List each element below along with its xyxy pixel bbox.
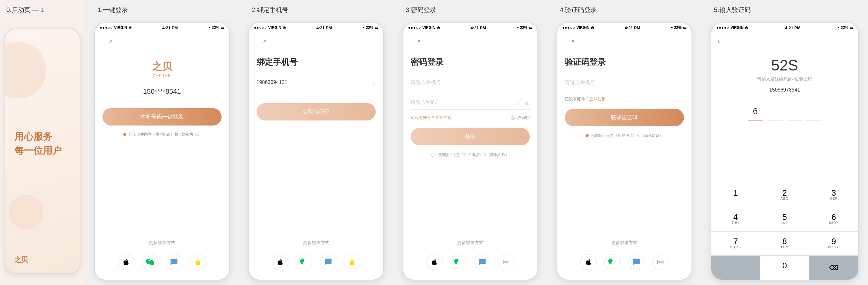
code-box-4[interactable]	[806, 102, 822, 121]
code-box-2[interactable]	[767, 102, 783, 121]
back-button-5[interactable]: ‹	[711, 32, 858, 50]
panel-splash: 0.启动页 — 1 用心服务 每一位用户 之贝	[0, 0, 85, 285]
chat-icon-2[interactable]	[320, 254, 336, 270]
links-row-3: 还没有账号？立即注册 忘记密码?	[411, 112, 530, 123]
forgot-link-3[interactable]: 忘记密码?	[511, 115, 529, 120]
status-bar-1: ●●●○○ VIRGIN ⊜ 4:21 PM ‣ 22% ▭	[95, 23, 229, 32]
apple-icon-1[interactable]	[118, 254, 134, 270]
panel-verif-login: 4.验证码登录 ●●●○○ VIRGIN ⊜ 4:21 PM ‣ 22% ▭	[547, 0, 701, 285]
spacer-4	[565, 142, 684, 240]
key-2[interactable]: 2 ABC	[760, 183, 809, 207]
get-code-button-2[interactable]: 获取验证码	[256, 103, 376, 120]
chat-icon-4[interactable]	[628, 254, 645, 270]
bt-4: ‣	[671, 26, 673, 30]
pct-5: 22%	[841, 26, 848, 30]
clear-icon-2[interactable]: ×	[372, 80, 376, 87]
key-5[interactable]: 5 JKL	[760, 207, 809, 231]
eye-icon-3[interactable]: ✓	[516, 100, 520, 107]
register-link-3[interactable]: 还没有账号？立即注册	[411, 115, 452, 120]
panel-label-5: 5.输入验证码	[708, 0, 862, 17]
tagline-line2: 每一位用户	[14, 143, 70, 157]
agreement-3: 已阅读并同意《用户协议》和《隐私协议》	[411, 152, 530, 157]
close-button-2[interactable]: ×	[256, 32, 272, 50]
spacer-2a	[256, 93, 376, 100]
lock-icon-2[interactable]	[344, 254, 360, 270]
wifi-4: ⊜	[591, 26, 594, 30]
spacer-1	[102, 140, 222, 240]
more-login-2: 更多登录方式	[256, 240, 376, 249]
bind-phone-title: 绑定手机号	[256, 50, 376, 75]
oneclick-login-button[interactable]: 本机号码一键登录	[102, 108, 222, 126]
key-3[interactable]: 3 DEF	[809, 183, 858, 207]
status-bar-5: ●●●●○ VIRGIN ⊜ 4:21 PM ‣ 22% ▭	[711, 23, 858, 32]
phone-input-2[interactable]	[256, 75, 376, 90]
battery-icon-1: ▭	[221, 26, 224, 30]
wechat-icon-3[interactable]	[450, 254, 466, 270]
carrier-3: VIRGIN	[422, 26, 435, 30]
screen-body-4: × 验证码登录 还没有账号？立即注册 获取验证码 已阅读并同意	[557, 32, 691, 280]
register-link-4[interactable]: 立即注册	[589, 97, 606, 101]
phone-inner-3: ●●●○○ VIRGIN ⊜ 4:21 PM ‣ 22% ▭ × 密码登录	[402, 22, 538, 280]
key-1[interactable]: 1	[711, 183, 760, 207]
more-login-3: 更多登录方式	[411, 240, 530, 249]
login-button-3[interactable]: 登录	[411, 128, 530, 145]
key-0[interactable]: 0	[760, 256, 809, 280]
social-row-3	[411, 249, 530, 280]
spacer-2b	[256, 123, 376, 240]
keypad-5: 1 2 ABC 3 DEF 4 GHI	[711, 183, 858, 280]
phone-frame-5: ●●●●○ VIRGIN ⊜ 4:21 PM ‣ 22% ▭ ‹ 52S 请输入…	[711, 22, 859, 280]
chat-icon-1[interactable]	[166, 254, 182, 270]
agreement-1: 已阅读并同意《用户协议》和《隐私协议》	[102, 132, 222, 137]
panel-bind-phone: 2.绑定手机号 ●●○○○ VIRGIN ⊜ 4:21 PM ‣ 22% ▭	[239, 0, 393, 285]
wechat-icon-2[interactable]	[296, 254, 312, 270]
more-login-4: 更多登录方式	[565, 240, 684, 249]
social-row-1	[102, 249, 222, 280]
phone-inner-4: ●●●○○ VIRGIN ⊜ 4:21 PM ‣ 22% ▭ × 验证码登录	[557, 22, 692, 280]
pct-2: 22%	[366, 26, 373, 30]
key-9[interactable]: 9 WXYZ	[809, 231, 858, 255]
status-bar-2: ●●○○○ VIRGIN ⊜ 4:21 PM ‣ 22% ▭	[249, 23, 383, 32]
close-button-4[interactable]: ×	[565, 32, 581, 50]
password-input-3[interactable]	[411, 95, 530, 110]
social-row-2	[256, 249, 376, 280]
pct-3: 22%	[520, 26, 528, 30]
screen-body-2: × 绑定手机号 × 获取验证码 更多登录方式	[249, 32, 383, 280]
chat-icon-3[interactable]	[474, 254, 490, 270]
eye-toggle-3[interactable]: 👁	[524, 100, 530, 107]
wechat-icon-4[interactable]	[604, 254, 621, 270]
id-icon-4[interactable]	[652, 254, 669, 270]
phone-input-wrapper-3	[411, 75, 530, 93]
key-8[interactable]: 8 TUV	[760, 231, 809, 255]
splash-tagline: 用心服务 每一位用户	[14, 129, 70, 157]
svg-rect-7	[661, 261, 662, 263]
phone-input-3[interactable]	[411, 75, 530, 90]
lock-icon-1[interactable]	[190, 254, 206, 270]
code-box-1[interactable]: 6	[748, 102, 763, 121]
close-button-3[interactable]: ×	[411, 32, 427, 50]
apple-icon-3[interactable]	[426, 254, 442, 270]
phone-input-4[interactable]	[565, 75, 684, 90]
pct-4: 22%	[674, 26, 682, 30]
code-box-3[interactable]	[787, 102, 802, 121]
wifi-3: ⊜	[436, 26, 440, 30]
phone-input-wrapper-4	[565, 75, 684, 93]
key-7[interactable]: 7 PQRS	[711, 231, 760, 255]
apple-icon-2[interactable]	[272, 254, 288, 270]
key-6[interactable]: 6 MNO	[809, 207, 858, 231]
spacer-3	[411, 161, 530, 240]
close-button-1[interactable]: ×	[102, 32, 118, 50]
signal-2: ●●○○○	[254, 26, 267, 30]
carrier-1: VIRGIN	[114, 26, 127, 30]
key-delete[interactable]: ⌫	[809, 256, 858, 280]
id-icon-3[interactable]	[498, 254, 515, 270]
password-login-title: 密码登录	[411, 50, 530, 75]
verif-phone-5: 15056978541	[711, 87, 858, 99]
apple-icon-4[interactable]	[580, 254, 597, 270]
wechat-icon-1[interactable]	[142, 254, 158, 270]
key-empty	[711, 256, 760, 280]
get-code-button-4[interactable]: 获取验证码	[565, 109, 684, 126]
bat-5: ▭	[850, 26, 853, 30]
agreement-text-4: 已阅读并同意《用户协议》和《隐私协议》	[591, 133, 663, 138]
key-4[interactable]: 4 GHI	[711, 207, 760, 231]
splash-logo: 之贝	[14, 255, 28, 264]
